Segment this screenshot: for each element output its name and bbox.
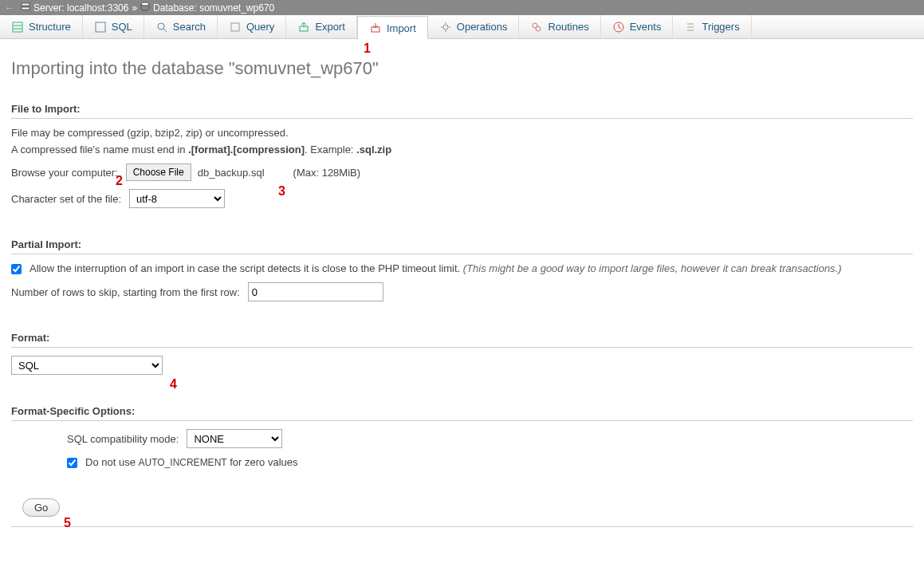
partial-import-section: Partial Import: Allow the interruption o… <box>11 238 913 309</box>
charset-label: Character set of the file: <box>11 193 121 205</box>
section-title-partial: Partial Import: <box>11 238 913 254</box>
tab-label: Triggers <box>702 21 739 33</box>
breadcrumb-server[interactable]: Server: localhost:3306 <box>33 2 128 14</box>
tab-label: Structure <box>29 21 71 33</box>
tab-search[interactable]: Search <box>144 15 218 38</box>
svg-rect-9 <box>231 23 239 31</box>
tab-operations[interactable]: Operations <box>428 15 520 38</box>
import-icon <box>369 22 382 34</box>
skip-rows-input[interactable] <box>248 282 383 301</box>
tab-label: Export <box>315 21 345 33</box>
tab-query[interactable]: Query <box>218 15 286 38</box>
tab-label: Query <box>246 21 274 33</box>
server-icon <box>21 2 30 14</box>
format-select[interactable]: SQL <box>11 356 163 375</box>
database-icon <box>140 2 150 14</box>
file-help-text-1: File may be compressed (gzip, bzip2, zip… <box>11 127 913 139</box>
tab-label: Events <box>630 21 662 33</box>
chosen-file-name: db_backup.sql <box>198 167 265 179</box>
svg-rect-1 <box>22 7 29 10</box>
allow-interruption-label: Allow the interruption of an import in c… <box>29 262 842 274</box>
breadcrumb-sep: » <box>132 2 137 14</box>
tab-label: Operations <box>457 21 508 33</box>
search-icon <box>155 21 168 33</box>
skip-rows-label: Number of rows to skip, starting from th… <box>11 286 240 298</box>
breadcrumb: ← Server: localhost:3306 » Database: som… <box>0 0 924 15</box>
sql-icon <box>94 21 107 33</box>
compat-mode-select[interactable]: NONE <box>187 429 282 448</box>
tabs: Structure SQL Search Query Export Import… <box>0 15 924 39</box>
tab-label: Import <box>387 22 416 34</box>
tab-label: SQL <box>112 21 132 33</box>
tab-sql[interactable]: SQL <box>83 15 144 38</box>
max-size-label: (Max: 128MiB) <box>293 167 361 179</box>
structure-icon <box>11 21 24 33</box>
section-title-options: Format-Specific Options: <box>11 405 913 421</box>
divider <box>11 526 913 527</box>
svg-point-7 <box>158 23 164 30</box>
file-help-text-2: A compressed file's name must end in .[f… <box>11 144 913 156</box>
export-icon <box>297 21 310 33</box>
tab-export[interactable]: Export <box>286 15 357 38</box>
breadcrumb-database[interactable]: Database: somuvnet_wp670 <box>153 2 274 14</box>
compat-mode-label: SQL compatibility mode: <box>67 433 179 445</box>
auto-increment-label: Do not use AUTO_INCREMENT for zero value… <box>85 456 298 468</box>
svg-line-8 <box>163 29 167 32</box>
charset-select[interactable]: utf-8 <box>129 189 225 208</box>
browse-label: Browse your computer: <box>11 167 118 179</box>
format-options-section: Format-Specific Options: SQL compatibili… <box>11 405 913 476</box>
events-icon <box>612 21 625 33</box>
back-arrow-icon[interactable]: ← <box>5 2 14 14</box>
svg-point-14 <box>536 26 541 31</box>
tab-routines[interactable]: Routines <box>519 15 600 38</box>
svg-point-2 <box>141 2 149 6</box>
triggers-icon <box>684 21 697 33</box>
svg-point-12 <box>443 25 448 30</box>
tab-structure[interactable]: Structure <box>0 15 83 38</box>
auto-increment-checkbox[interactable] <box>67 458 77 468</box>
section-title-format: Format: <box>11 332 913 348</box>
svg-rect-6 <box>96 22 105 32</box>
go-button[interactable]: Go <box>22 498 60 517</box>
svg-rect-0 <box>22 3 29 6</box>
query-icon <box>229 21 242 33</box>
tab-import[interactable]: Import <box>357 16 428 39</box>
file-to-import-section: File to Import: File may be compressed (… <box>11 103 913 216</box>
section-title-file: File to Import: <box>11 103 913 119</box>
format-section: Format: SQL <box>11 332 913 383</box>
routines-icon <box>530 21 543 33</box>
page-title: Importing into the database "somuvnet_wp… <box>11 58 913 79</box>
tab-label: Search <box>173 21 206 33</box>
tab-triggers[interactable]: Triggers <box>673 15 751 38</box>
choose-file-button[interactable]: Choose File <box>126 163 191 181</box>
allow-interruption-checkbox[interactable] <box>11 264 22 274</box>
svg-rect-3 <box>13 22 22 32</box>
tab-label: Routines <box>548 21 588 33</box>
tab-events[interactable]: Events <box>601 15 674 38</box>
operations-icon <box>439 21 452 33</box>
